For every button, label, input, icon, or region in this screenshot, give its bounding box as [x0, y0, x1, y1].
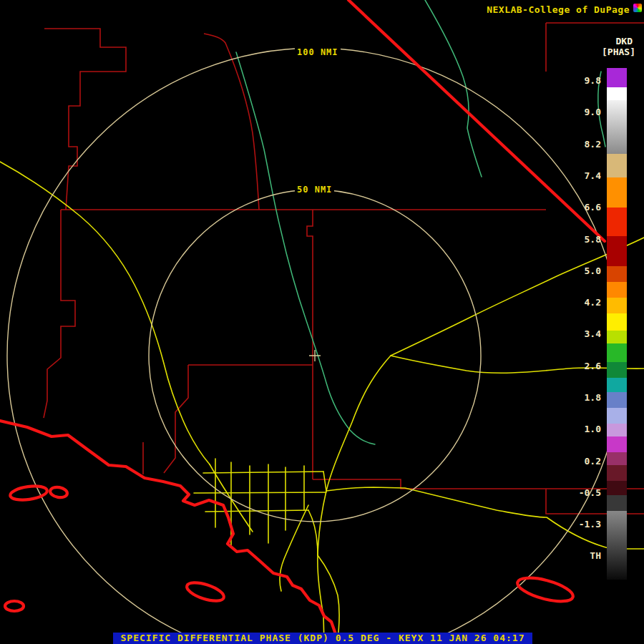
- colorbar-segment: [607, 343, 627, 362]
- county-line: [204, 34, 259, 210]
- colorbar-tick-label: 0.2: [570, 456, 601, 467]
- colorbar-segment: [607, 208, 627, 236]
- river-line: [425, 0, 482, 177]
- colorbar-tick-label: 5.0: [570, 265, 601, 277]
- highway-line: [203, 472, 323, 473]
- county-line: [307, 210, 313, 479]
- colorbar-segment: [607, 465, 627, 481]
- colorbar-segment: [607, 436, 627, 452]
- colorbar-segment: [607, 100, 627, 154]
- highway-line: [391, 356, 644, 373]
- colorbar-tick-label: 3.4: [570, 328, 601, 340]
- highway-line: [308, 510, 318, 555]
- colorbar-segment: [607, 408, 627, 424]
- range-ring-100-label: 100 NMI: [295, 47, 341, 58]
- colorbar-tick-label: 5.8: [570, 234, 601, 245]
- county-borders: [44, 23, 644, 514]
- colorbar-tick-label: 1.8: [570, 392, 601, 404]
- colorbar-segment: [607, 68, 627, 87]
- colorbar-segment: [607, 378, 627, 392]
- product-title-bar: SPECIFIC DIFFERENTIAL PHASE (KDP) 0.5 DE…: [113, 633, 532, 644]
- highway-line: [194, 492, 326, 493]
- island: [9, 484, 48, 502]
- highway-line: [280, 505, 308, 591]
- colorbar-segment: [607, 362, 627, 378]
- colorbar-tick-label: 1.0: [570, 424, 601, 435]
- colorbar-segment: [607, 87, 627, 100]
- attribution-text: NEXLAB-College of DuPage: [487, 4, 630, 15]
- colorbar-segment: [607, 298, 627, 313]
- highway-line: [323, 472, 326, 491]
- colorbar-segment: [607, 282, 627, 298]
- colorbar-segment: [607, 452, 627, 465]
- colorbar-tick-label: 9.8: [570, 75, 601, 87]
- colorbar-tick-label: 9.0: [570, 107, 601, 118]
- colorbar-tick-label: 4.2: [570, 297, 601, 308]
- colorbar-segment: [607, 424, 627, 436]
- county-line: [164, 365, 188, 473]
- colorbar-tick-label: -1.3: [570, 519, 601, 530]
- coastline: [0, 421, 338, 644]
- highways: [0, 162, 644, 644]
- colorbar-segment: [607, 495, 627, 511]
- radar-display: NEXLAB-College of DuPage DKD [PHAS] 9.89…: [0, 0, 644, 644]
- colorbar-tick-label: 8.2: [570, 139, 601, 150]
- highway-line: [0, 162, 210, 464]
- colorbar-tick-label: 6.6: [570, 202, 601, 213]
- island: [49, 486, 68, 499]
- cod-logo-icon: [633, 4, 642, 12]
- color-scale-bar: [607, 68, 627, 580]
- range-ring-50-label: 50 NMI: [295, 184, 334, 195]
- colorbar-segment: [607, 177, 627, 208]
- river-line: [236, 52, 375, 444]
- colorbar-tick-label: 7.4: [570, 170, 601, 182]
- colorbar-segment: [607, 154, 627, 177]
- colorbar-segment: [607, 313, 627, 331]
- colorbar-segment: [607, 236, 627, 266]
- colorbar-segment: [607, 481, 627, 495]
- threshold-label: TH: [570, 550, 601, 562]
- colorbar-tick-label: 2.6: [570, 361, 601, 372]
- colorbar-segment: [607, 392, 627, 408]
- island: [515, 573, 575, 606]
- colorbar-segment: [607, 331, 627, 343]
- state-borders-coastline: [0, 0, 605, 644]
- radar-map: [0, 0, 644, 644]
- colorbar-tick-label: -0.5: [570, 487, 601, 499]
- units-label: [PHAS]: [602, 47, 635, 57]
- island: [5, 601, 24, 611]
- product-id-label: DKD: [616, 36, 633, 47]
- colorbar-segment: [607, 511, 627, 580]
- colorbar-segment: [607, 266, 627, 282]
- state-border-line: [348, 0, 605, 241]
- county-line: [44, 29, 126, 210]
- county-line: [44, 210, 75, 418]
- island: [185, 579, 226, 605]
